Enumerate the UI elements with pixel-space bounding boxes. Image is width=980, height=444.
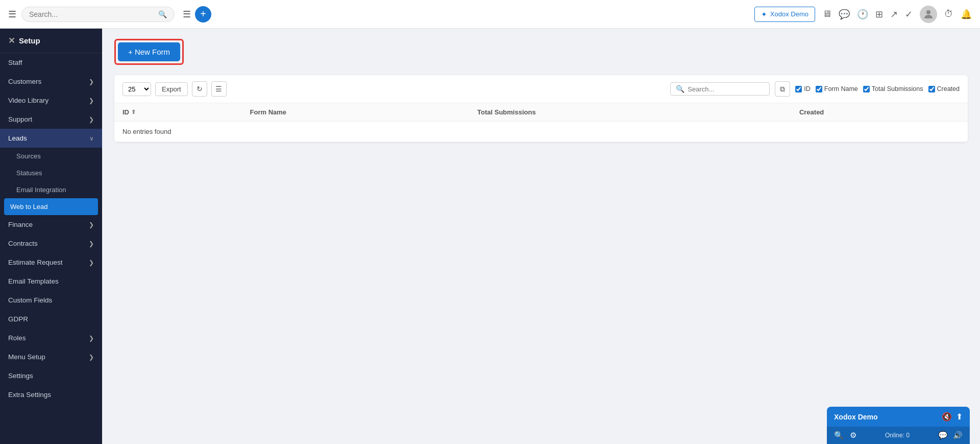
chat-widget: Xodox Demo 🔇 ⬆ 🔍 ⚙ Online: 0 💬 🔊 (827, 407, 970, 444)
history-icon[interactable]: 🕐 (857, 9, 868, 20)
sidebar-item-leads[interactable]: Leads ∨ (0, 129, 102, 148)
th-created[interactable]: Created (791, 103, 968, 122)
chat-search-icon[interactable]: 🔍 (834, 431, 844, 440)
bell-icon[interactable]: 🔔 (961, 9, 972, 20)
sidebar-item-label: Estimate Request (8, 259, 63, 266)
topbar-right: ✦ Xodox Demo 🖥 💬 🕐 ⊞ ↗ ✓ ⏱ 🔔 (754, 6, 972, 23)
sidebar-item-custom-fields[interactable]: Custom Fields (0, 291, 102, 310)
sidebar-item-support[interactable]: Support ❯ (0, 110, 102, 129)
close-icon[interactable]: ✕ (8, 36, 15, 45)
check-icon[interactable]: ✓ (905, 9, 913, 20)
online-status: Online: 0 (885, 432, 910, 439)
table-search: 🔍 (670, 82, 770, 96)
sort-icon: ⬆ (131, 109, 136, 115)
sidebar-item-customers[interactable]: Customers ❯ (0, 72, 102, 91)
sidebar-item-label: Roles (8, 334, 26, 342)
chevron-right-icon: ❯ (89, 240, 94, 247)
share-icon[interactable]: ↗ (890, 9, 898, 20)
chat-name: Xodox Demo (834, 413, 878, 421)
th-total-submissions[interactable]: Total Submissions (469, 103, 791, 122)
chat-mute-icon[interactable]: 🔇 (942, 412, 952, 422)
export-button[interactable]: Export (155, 82, 188, 96)
sidebar-item-menu-setup[interactable]: Menu Setup ❯ (0, 347, 102, 366)
th-form-name[interactable]: Form Name (242, 103, 469, 122)
sidebar-item-label: Custom Fields (8, 296, 52, 304)
chevron-right-icon: ❯ (89, 335, 94, 342)
brand-icon: ✦ (761, 10, 767, 18)
chat-audio-icon[interactable]: 🔊 (953, 431, 963, 440)
sidebar-sub-item-statuses[interactable]: Statuses (0, 165, 102, 181)
sidebar-sub-item-web-to-lead[interactable]: Web to Lead (4, 198, 98, 215)
sidebar-item-label: Menu Setup (8, 353, 45, 361)
copy-button[interactable]: ⧉ (775, 81, 790, 97)
refresh-button[interactable]: ↻ (192, 81, 207, 97)
col-toggle-form-name[interactable]: Form Name (816, 85, 858, 92)
sidebar-item-roles[interactable]: Roles ❯ (0, 329, 102, 347)
sidebar-item-label: Video Library (8, 97, 48, 104)
clock-icon[interactable]: ⏱ (944, 9, 953, 19)
sidebar: ✕ Setup Staff Customers ❯ Video Library … (0, 29, 102, 444)
sidebar-item-finance[interactable]: Finance ❯ (0, 215, 102, 234)
sidebar-item-label: Staff (8, 59, 22, 66)
sidebar-item-video-library[interactable]: Video Library ❯ (0, 91, 102, 110)
sidebar-item-estimate-request[interactable]: Estimate Request ❯ (0, 253, 102, 272)
new-form-button[interactable]: + New Form (118, 42, 180, 61)
sidebar-item-settings[interactable]: Settings (0, 366, 102, 385)
svg-point-0 (926, 10, 930, 14)
sidebar-item-email-templates[interactable]: Email Templates (0, 272, 102, 291)
topbar-middle: ☰ + (183, 6, 211, 22)
search-input[interactable] (29, 10, 154, 18)
chat-footer-right-icons: 💬 🔊 (938, 431, 963, 440)
list-view-button[interactable]: ☰ (211, 81, 227, 97)
th-id[interactable]: ID ⬆ (114, 103, 242, 122)
chevron-right-icon: ❯ (89, 97, 94, 104)
new-form-highlight: + New Form (114, 39, 184, 65)
col-toggle-total-submissions[interactable]: Total Submissions (863, 85, 923, 92)
sidebar-header: ✕ Setup (0, 29, 102, 53)
sidebar-item-label: Settings (8, 372, 33, 380)
grid-icon[interactable]: ⊞ (875, 9, 883, 20)
brand-label: Xodox Demo (770, 10, 808, 18)
data-table: ID ⬆ Form Name Total Submissions Created (114, 103, 968, 142)
sidebar-sub-item-sources[interactable]: Sources (0, 148, 102, 165)
search-icon: 🔍 (158, 10, 167, 18)
sidebar-item-label: Customers (8, 78, 41, 85)
menu-lines-icon[interactable]: ☰ (183, 9, 191, 20)
chevron-right-icon: ❯ (89, 259, 94, 266)
chat-settings-icon[interactable]: ⚙ (850, 431, 856, 440)
monitor-icon[interactable]: 🖥 (822, 9, 831, 19)
chat-header: Xodox Demo 🔇 ⬆ (827, 407, 970, 427)
chevron-right-icon: ❯ (89, 221, 94, 228)
sidebar-item-extra-settings[interactable]: Extra Settings (0, 385, 102, 404)
sidebar-item-staff[interactable]: Staff (0, 53, 102, 72)
chat-message-icon[interactable]: 💬 (938, 431, 948, 440)
sidebar-item-contracts[interactable]: Contracts ❯ (0, 234, 102, 253)
table-card: 25 50 100 Export ↻ ☰ 🔍 ⧉ (114, 75, 968, 142)
hamburger-icon[interactable]: ☰ (8, 9, 16, 20)
table-toolbar: 25 50 100 Export ↻ ☰ 🔍 ⧉ (114, 75, 968, 103)
sidebar-sub-item-email-integration[interactable]: Email Integration (0, 181, 102, 198)
col-toggle-id[interactable]: ID (795, 85, 811, 92)
chevron-right-icon: ❯ (89, 78, 94, 85)
no-entries-cell: No entries found (114, 122, 968, 142)
setup-label: Setup (19, 36, 40, 45)
brand-button[interactable]: ✦ Xodox Demo (754, 7, 815, 22)
col-toggle-created[interactable]: Created (928, 85, 960, 92)
per-page-select: 25 50 100 (122, 82, 151, 96)
chat-icon[interactable]: 💬 (839, 9, 850, 20)
no-entries-row: No entries found (114, 122, 968, 142)
layout: ✕ Setup Staff Customers ❯ Video Library … (0, 29, 980, 444)
avatar[interactable] (920, 6, 937, 23)
sidebar-item-gdpr[interactable]: GDPR (0, 310, 102, 329)
per-page-dropdown[interactable]: 25 50 100 (122, 82, 151, 96)
chat-expand-icon[interactable]: ⬆ (956, 412, 963, 422)
toolbar-right: 🔍 ⧉ ID Form Name Total Submissions (670, 81, 960, 97)
table-search-input[interactable] (688, 85, 764, 93)
add-button[interactable]: + (195, 6, 211, 22)
chevron-right-icon: ❯ (89, 354, 94, 361)
chevron-right-icon: ❯ (89, 116, 94, 123)
sidebar-item-label: Support (8, 115, 32, 123)
sidebar-item-label: Extra Settings (8, 391, 51, 399)
sidebar-item-label: Finance (8, 221, 33, 228)
chat-footer-left-icons: 🔍 ⚙ (834, 431, 856, 440)
